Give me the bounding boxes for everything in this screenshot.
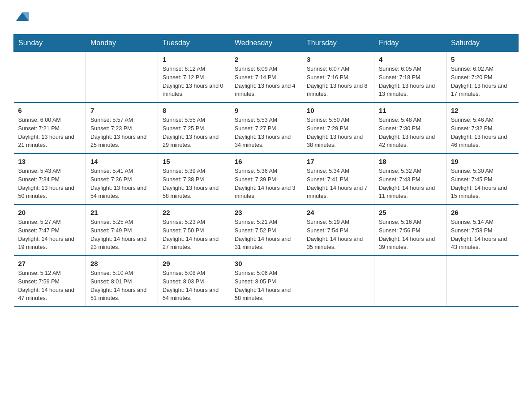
day-info: Sunrise: 5:48 AMSunset: 7:30 PMDaylight:… <box>379 116 442 150</box>
day-info: Sunrise: 5:43 AMSunset: 7:34 PMDaylight:… <box>18 167 82 201</box>
calendar-cell: 14Sunrise: 5:41 AMSunset: 7:36 PMDayligh… <box>86 154 158 205</box>
day-number: 18 <box>379 158 442 165</box>
calendar-cell: 17Sunrise: 5:34 AMSunset: 7:41 PMDayligh… <box>302 154 374 205</box>
calendar-cell: 30Sunrise: 5:06 AMSunset: 8:05 PMDayligh… <box>230 256 302 307</box>
day-info: Sunrise: 5:50 AMSunset: 7:29 PMDaylight:… <box>307 116 369 150</box>
day-number: 8 <box>163 107 225 114</box>
day-number: 26 <box>451 209 514 216</box>
day-info: Sunrise: 5:39 AMSunset: 7:38 PMDaylight:… <box>163 167 225 201</box>
logo <box>13 9 31 25</box>
day-of-week-tuesday: Tuesday <box>158 34 230 52</box>
day-info: Sunrise: 6:00 AMSunset: 7:21 PMDaylight:… <box>18 116 82 150</box>
day-number: 21 <box>90 209 153 216</box>
day-info: Sunrise: 6:07 AMSunset: 7:16 PMDaylight:… <box>307 65 369 98</box>
calendar-cell: 11Sunrise: 5:48 AMSunset: 7:30 PMDayligh… <box>374 103 446 154</box>
day-info: Sunrise: 5:19 AMSunset: 7:54 PMDaylight:… <box>307 218 369 252</box>
calendar-cell <box>302 256 374 307</box>
day-number: 30 <box>235 260 297 267</box>
day-number: 13 <box>18 158 82 165</box>
day-info: Sunrise: 5:10 AMSunset: 8:01 PMDaylight:… <box>90 269 153 303</box>
day-number: 14 <box>90 158 153 165</box>
calendar-cell: 1Sunrise: 6:12 AMSunset: 7:12 PMDaylight… <box>158 52 230 103</box>
calendar-cell <box>446 256 519 307</box>
day-of-week-wednesday: Wednesday <box>230 34 302 52</box>
day-info: Sunrise: 5:14 AMSunset: 7:58 PMDaylight:… <box>451 218 514 252</box>
calendar-table: SundayMondayTuesdayWednesdayThursdayFrid… <box>13 34 519 307</box>
day-number: 17 <box>307 158 369 165</box>
week-row-2: 6Sunrise: 6:00 AMSunset: 7:21 PMDaylight… <box>14 103 519 154</box>
day-info: Sunrise: 5:30 AMSunset: 7:45 PMDaylight:… <box>451 167 514 201</box>
day-number: 15 <box>163 158 225 165</box>
calendar-cell <box>14 52 86 103</box>
day-info: Sunrise: 6:02 AMSunset: 7:20 PMDaylight:… <box>451 65 514 98</box>
day-number: 27 <box>18 260 82 267</box>
calendar-cell: 18Sunrise: 5:32 AMSunset: 7:43 PMDayligh… <box>374 154 446 205</box>
day-info: Sunrise: 5:36 AMSunset: 7:39 PMDaylight:… <box>235 167 297 201</box>
calendar-cell: 4Sunrise: 6:05 AMSunset: 7:18 PMDaylight… <box>374 52 446 103</box>
day-info: Sunrise: 6:09 AMSunset: 7:14 PMDaylight:… <box>235 65 297 98</box>
logo-icon <box>14 9 30 25</box>
day-number: 29 <box>163 260 225 267</box>
day-number: 20 <box>18 209 82 216</box>
calendar-cell: 29Sunrise: 5:08 AMSunset: 8:03 PMDayligh… <box>158 256 230 307</box>
calendar-cell <box>374 256 446 307</box>
calendar-cell: 9Sunrise: 5:53 AMSunset: 7:27 PMDaylight… <box>230 103 302 154</box>
day-number: 6 <box>18 107 82 114</box>
day-info: Sunrise: 5:53 AMSunset: 7:27 PMDaylight:… <box>235 116 297 150</box>
calendar-cell: 19Sunrise: 5:30 AMSunset: 7:45 PMDayligh… <box>446 154 519 205</box>
calendar-cell: 27Sunrise: 5:12 AMSunset: 7:59 PMDayligh… <box>14 256 86 307</box>
day-of-week-sunday: Sunday <box>14 34 86 52</box>
day-of-week-thursday: Thursday <box>302 34 374 52</box>
day-info: Sunrise: 5:23 AMSunset: 7:50 PMDaylight:… <box>163 218 225 252</box>
calendar-cell: 2Sunrise: 6:09 AMSunset: 7:14 PMDaylight… <box>230 52 302 103</box>
day-number: 25 <box>379 209 442 216</box>
day-number: 3 <box>307 56 369 63</box>
day-info: Sunrise: 5:55 AMSunset: 7:25 PMDaylight:… <box>163 116 225 150</box>
calendar-cell: 3Sunrise: 6:07 AMSunset: 7:16 PMDaylight… <box>302 52 374 103</box>
calendar-body: 1Sunrise: 6:12 AMSunset: 7:12 PMDaylight… <box>14 52 519 307</box>
day-info: Sunrise: 5:25 AMSunset: 7:49 PMDaylight:… <box>90 218 153 252</box>
calendar-cell: 10Sunrise: 5:50 AMSunset: 7:29 PMDayligh… <box>302 103 374 154</box>
calendar-cell: 23Sunrise: 5:21 AMSunset: 7:52 PMDayligh… <box>230 205 302 256</box>
week-row-3: 13Sunrise: 5:43 AMSunset: 7:34 PMDayligh… <box>14 154 519 205</box>
day-info: Sunrise: 5:32 AMSunset: 7:43 PMDaylight:… <box>379 167 442 201</box>
day-info: Sunrise: 5:08 AMSunset: 8:03 PMDaylight:… <box>163 269 225 303</box>
day-info: Sunrise: 5:16 AMSunset: 7:56 PMDaylight:… <box>379 218 442 252</box>
day-of-week-friday: Friday <box>374 34 446 52</box>
day-number: 16 <box>235 158 297 165</box>
day-info: Sunrise: 6:12 AMSunset: 7:12 PMDaylight:… <box>163 65 225 98</box>
calendar-cell: 22Sunrise: 5:23 AMSunset: 7:50 PMDayligh… <box>158 205 230 256</box>
day-number: 10 <box>307 107 369 114</box>
calendar-cell: 20Sunrise: 5:27 AMSunset: 7:47 PMDayligh… <box>14 205 86 256</box>
calendar-cell: 5Sunrise: 6:02 AMSunset: 7:20 PMDaylight… <box>446 52 519 103</box>
day-number: 2 <box>235 56 297 63</box>
day-info: Sunrise: 5:06 AMSunset: 8:05 PMDaylight:… <box>235 269 297 303</box>
page-header <box>13 9 519 25</box>
day-number: 23 <box>235 209 297 216</box>
week-row-4: 20Sunrise: 5:27 AMSunset: 7:47 PMDayligh… <box>14 205 519 256</box>
week-row-1: 1Sunrise: 6:12 AMSunset: 7:12 PMDaylight… <box>14 52 519 103</box>
calendar-cell: 16Sunrise: 5:36 AMSunset: 7:39 PMDayligh… <box>230 154 302 205</box>
day-info: Sunrise: 6:05 AMSunset: 7:18 PMDaylight:… <box>379 65 442 98</box>
day-of-week-monday: Monday <box>86 34 158 52</box>
day-info: Sunrise: 5:41 AMSunset: 7:36 PMDaylight:… <box>90 167 153 201</box>
day-number: 11 <box>379 107 442 114</box>
day-info: Sunrise: 5:57 AMSunset: 7:23 PMDaylight:… <box>90 116 153 150</box>
day-info: Sunrise: 5:46 AMSunset: 7:32 PMDaylight:… <box>451 116 514 150</box>
day-number: 7 <box>90 107 153 114</box>
day-number: 4 <box>379 56 442 63</box>
day-number: 1 <box>163 56 225 63</box>
calendar-cell: 25Sunrise: 5:16 AMSunset: 7:56 PMDayligh… <box>374 205 446 256</box>
calendar-cell: 28Sunrise: 5:10 AMSunset: 8:01 PMDayligh… <box>86 256 158 307</box>
day-number: 19 <box>451 158 514 165</box>
day-number: 5 <box>451 56 514 63</box>
week-row-5: 27Sunrise: 5:12 AMSunset: 7:59 PMDayligh… <box>14 256 519 307</box>
calendar-header: SundayMondayTuesdayWednesdayThursdayFrid… <box>14 34 519 52</box>
day-info: Sunrise: 5:12 AMSunset: 7:59 PMDaylight:… <box>18 269 82 303</box>
days-of-week-row: SundayMondayTuesdayWednesdayThursdayFrid… <box>14 34 519 52</box>
day-info: Sunrise: 5:21 AMSunset: 7:52 PMDaylight:… <box>235 218 297 252</box>
calendar-cell: 26Sunrise: 5:14 AMSunset: 7:58 PMDayligh… <box>446 205 519 256</box>
day-number: 24 <box>307 209 369 216</box>
calendar-cell: 21Sunrise: 5:25 AMSunset: 7:49 PMDayligh… <box>86 205 158 256</box>
day-number: 28 <box>90 260 153 267</box>
